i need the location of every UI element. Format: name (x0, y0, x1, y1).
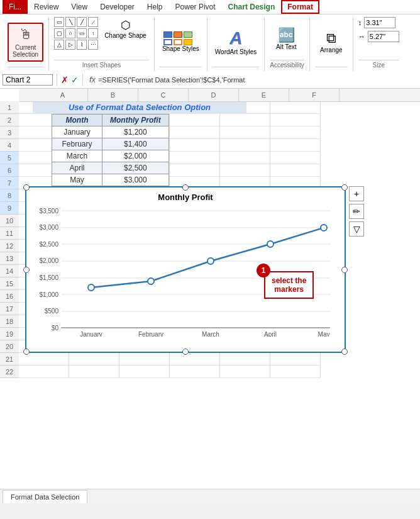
col-header-month: Month (52, 114, 102, 126)
cell-profit-jan[interactable]: $1,200 (102, 126, 169, 138)
shape-icon-up-arrow[interactable]: ↑ (88, 28, 98, 38)
current-selection-button[interactable]: 🖱 Current Selection (8, 23, 43, 62)
cell-month-jan[interactable]: January (52, 126, 102, 138)
tab-help[interactable]: Help (141, 0, 169, 14)
tab-review[interactable]: Review (28, 0, 65, 14)
arrange-label: Arrange (320, 47, 343, 53)
table-row: January $1,200 (52, 126, 169, 138)
width-field[interactable]: 5.27" (368, 31, 399, 42)
add-element-button[interactable]: + (349, 186, 364, 201)
tab-view[interactable]: View (65, 0, 94, 14)
cell-f4[interactable] (270, 139, 321, 152)
group-label-accessibility: Accessibility (270, 60, 304, 71)
cell-d6[interactable] (170, 164, 220, 177)
cell-f22[interactable] (270, 366, 321, 378)
cell-e3[interactable] (220, 126, 270, 139)
shape-icon-zigzag[interactable]: ⌇ (77, 40, 87, 50)
shape-icon-tri[interactable]: △ (54, 40, 64, 50)
cell-b21[interactable] (69, 353, 119, 366)
shape-icon-oval[interactable]: ○ (65, 28, 75, 38)
cell-profit-may[interactable]: $3,000 (102, 174, 169, 186)
chart-styles-button[interactable]: ✏ (349, 204, 364, 219)
cell-month-mar[interactable]: March (52, 150, 102, 162)
cell-f5[interactable] (270, 152, 321, 164)
height-field[interactable]: 3.31" (364, 17, 395, 28)
confirm-icon[interactable]: ✓ (71, 75, 79, 85)
cell-f21[interactable] (270, 353, 321, 366)
shape-icon-line2[interactable]: ╱ (77, 17, 87, 27)
shape-style-4[interactable] (163, 39, 172, 45)
cell-d21[interactable] (170, 353, 220, 366)
row-19: 19 (0, 328, 19, 340)
shape-icon-line[interactable]: ╲ (65, 17, 75, 27)
cell-e6[interactable] (220, 164, 270, 177)
cell-profit-mar[interactable]: $2,000 (102, 150, 169, 162)
tab-power-pivot[interactable]: Power Pivot (169, 0, 222, 14)
table-row: March $2,000 (52, 150, 169, 162)
cell-d4[interactable] (170, 139, 220, 152)
cell-f1[interactable] (270, 101, 321, 114)
shape-style-2[interactable] (174, 31, 182, 38)
shape-icon-round-rect[interactable]: ▭ (77, 28, 87, 38)
shape-style-3[interactable] (184, 31, 192, 38)
tab-chart-design[interactable]: Chart Design (222, 0, 282, 14)
arrange-button[interactable]: ⧉ Arrange (315, 29, 348, 55)
svg-text:$3,000: $3,000 (39, 224, 58, 231)
row-5: 5 (0, 152, 19, 164)
shape-icon-more[interactable]: ⋯ (88, 40, 98, 50)
name-box[interactable] (3, 74, 53, 86)
cell-profit-feb[interactable]: $1,400 (102, 138, 169, 150)
cell-f3[interactable] (270, 126, 321, 139)
shape-style-1[interactable] (163, 31, 172, 38)
shape-style-6[interactable] (184, 39, 192, 45)
marker-feb[interactable] (148, 278, 154, 284)
cell-d2[interactable] (170, 114, 220, 126)
sheet-tab-format-data[interactable]: Format Data Selection (3, 490, 87, 503)
wordart-icon: A (229, 28, 242, 48)
shape-style-5[interactable] (174, 39, 182, 45)
cell-c22[interactable] (119, 366, 170, 378)
tab-file[interactable]: Fi... (3, 0, 28, 14)
callout-box: 1 select themarkers (264, 271, 314, 299)
change-shape-button[interactable]: ⬡ Change Shape (102, 17, 149, 40)
xlabel-jan: January (80, 331, 102, 337)
cell-e22[interactable] (220, 366, 270, 378)
tab-format[interactable]: Format (281, 0, 319, 14)
shape-styles-button[interactable]: Shape Styles (160, 30, 202, 53)
group-accessibility: 🔤 Alt Text Accessibility (265, 17, 309, 71)
marker-may[interactable] (321, 225, 327, 231)
wordart-styles-button[interactable]: A WordArt Styles (213, 27, 260, 57)
cell-month-feb[interactable]: February (52, 138, 102, 150)
cell-d5[interactable] (170, 152, 220, 164)
marker-jan[interactable] (88, 284, 94, 291)
xlabel-feb: February (138, 331, 163, 337)
shape-icon-rect2[interactable]: ▢ (54, 28, 64, 38)
marker-mar[interactable] (207, 258, 214, 264)
cell-d3[interactable] (170, 126, 220, 139)
cell-a21[interactable] (19, 353, 69, 366)
cell-month-apr[interactable]: April (52, 162, 102, 174)
cell-d22[interactable] (170, 366, 220, 378)
cell-b22[interactable] (69, 366, 119, 378)
ribbon-tabs: Fi... Review View Developer Help Power P… (0, 0, 420, 14)
tab-developer[interactable]: Developer (94, 0, 141, 14)
cell-month-may[interactable]: May (52, 174, 102, 186)
cell-e2[interactable] (220, 114, 270, 126)
chart-filter-button[interactable]: ▽ (349, 221, 364, 237)
cancel-icon[interactable]: ✗ (61, 75, 69, 85)
shape-icon-line3[interactable]: ⟋ (88, 17, 98, 27)
cell-c21[interactable] (119, 353, 170, 366)
alt-text-button[interactable]: 🔤 Alt Text (270, 26, 302, 52)
cell-a22[interactable] (19, 366, 69, 378)
cell-profit-apr[interactable]: $2,500 (102, 162, 169, 174)
cell-e21[interactable] (220, 353, 270, 366)
chart-container[interactable]: Monthly Profit $3,500 $3,000 $2,500 $2,0… (25, 186, 346, 353)
shape-icon-rtri[interactable]: ▷ (65, 40, 75, 50)
cell-f2[interactable] (270, 114, 321, 126)
cell-e4[interactable] (220, 139, 270, 152)
ribbon-body: 🖱 Current Selection ▭ ╲ ╱ ⟋ ▢ (0, 14, 420, 71)
shape-icon-rect[interactable]: ▭ (54, 17, 64, 27)
cell-f6[interactable] (270, 164, 321, 177)
cell-e5[interactable] (220, 152, 270, 164)
marker-apr[interactable] (267, 241, 274, 247)
